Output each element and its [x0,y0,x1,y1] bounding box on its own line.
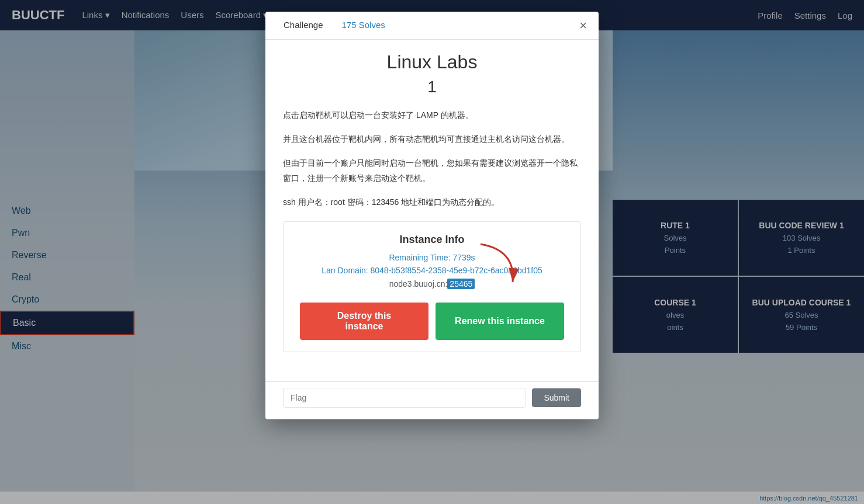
instance-title: Instance Info [295,234,569,246]
challenge-desc2: 并且这台机器位于靶机内网，所有动态靶机均可直接通过主机名访问这台机器。 [283,132,581,147]
challenge-desc3: 但由于目前一个账户只能同时启动一台靶机，您如果有需要建议浏览器开一个隐私窗口，注… [283,156,581,185]
tab-solves[interactable]: 175 Solves [333,12,395,39]
instance-info-box: Instance Info Remaining Time: 7739s Lan … [283,221,581,352]
instance-lan-domain: Lan Domain: 8048-b53f8554-2358-45e9-b72c… [295,266,569,275]
modal-overlay: Challenge 175 Solves × Linux Labs 1 点击启动… [0,0,864,504]
flag-row: Submit [283,388,581,408]
modal-header: Challenge 175 Solves × [265,12,599,40]
close-button[interactable]: × [576,15,590,36]
address-container: node3.buuoj.cn:25465 [389,279,475,297]
modal-footer: Submit [265,381,599,419]
submit-button[interactable]: Submit [532,388,581,407]
renew-button[interactable]: Renew this instance [436,303,564,340]
challenge-points: 1 [283,78,581,96]
red-arrow-annotation [469,238,527,291]
instance-button-row: Destroy this instance Renew this instanc… [295,303,569,340]
flag-input[interactable] [283,388,526,408]
lan-domain-label: Lan Domain: [322,266,368,275]
tab-challenge[interactable]: Challenge [274,12,333,39]
challenge-title: Linux Labs [283,51,581,73]
instance-address: node3.buuoj.cn:25465 [389,279,475,289]
address-prefix: node3.buuoj.cn: [389,279,448,289]
instance-remaining: Remaining Time: 7739s [295,253,569,262]
modal-body: Linux Labs 1 点击启动靶机可以启动一台安装好了 LAMP 的机器。 … [265,40,599,376]
challenge-desc1: 点击启动靶机可以启动一台安装好了 LAMP 的机器。 [283,108,581,123]
destroy-button[interactable]: Destroy this instance [300,303,428,340]
challenge-desc4: ssh 用户名：root 密码：123456 地址和端口为动态分配的。 [283,195,581,210]
modal: Challenge 175 Solves × Linux Labs 1 点击启动… [265,12,599,419]
